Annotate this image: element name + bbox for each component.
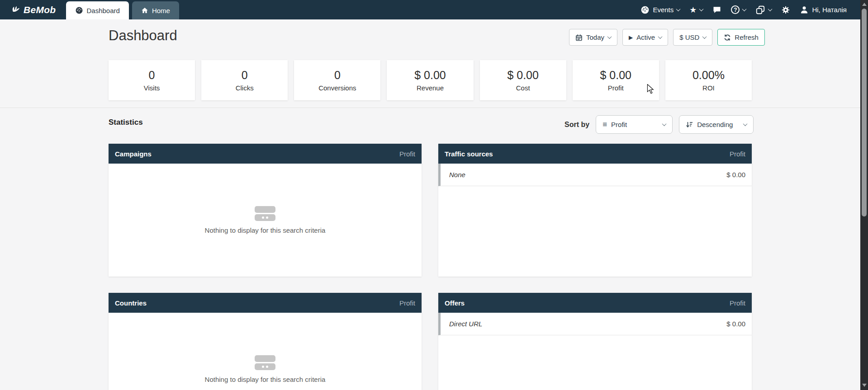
empty-state-text: Nothing to display for this search crite…	[205, 376, 326, 383]
sort-by-label: Sort by	[564, 121, 589, 129]
tab-home[interactable]: Home	[132, 1, 179, 19]
bemob-logo[interactable]: BeMob	[0, 0, 66, 19]
database-icon-top	[255, 206, 275, 213]
events-menu[interactable]: Events	[640, 5, 680, 14]
dashboard-toolbar: Today ▶ Active $ USD Refresh	[569, 29, 765, 46]
kpi-label: Visits	[144, 84, 160, 92]
kpi-card-profit: $ 0.00 Profit	[573, 60, 659, 100]
row-value: $ 0.00	[726, 320, 745, 328]
layers-icon	[755, 5, 765, 15]
sort-controls: Sort by ≡ Profit Descending	[564, 115, 754, 134]
row-value: $ 0.00	[726, 171, 745, 179]
kpi-label: Conversions	[318, 84, 356, 92]
table-row[interactable]: None $ 0.00	[438, 164, 752, 186]
feedback-chat-button[interactable]	[712, 5, 721, 14]
main-content: Dashboard Today ▶ Active $ USD	[0, 19, 860, 390]
panel-column-label: Profit	[730, 299, 745, 307]
scrollbar-thumb[interactable]	[862, 9, 867, 216]
panel-title: Traffic sources	[445, 150, 493, 158]
database-icon	[255, 206, 275, 221]
panel-title: Campaigns	[115, 150, 152, 158]
row-name: Direct URL	[449, 320, 482, 328]
chevron-down-icon	[702, 34, 707, 39]
database-icon-dot	[266, 366, 268, 368]
top-navigation-bar: BeMob Dashboard Home Ev	[0, 0, 860, 19]
settings-button[interactable]	[781, 5, 790, 14]
tab-dashboard-label: Dashboard	[87, 7, 120, 14]
database-icon-dot	[262, 366, 264, 368]
refresh-label: Refresh	[735, 33, 759, 41]
kpi-card-roi: 0.00% ROI	[665, 60, 752, 100]
chevron-down-icon	[699, 7, 704, 11]
sort-direction-select[interactable]: Descending	[679, 115, 754, 134]
panel-campaigns: Campaigns Profit Nothing to display for …	[109, 144, 422, 277]
empty-state-text: Nothing to display for this search crite…	[205, 226, 326, 234]
database-icon-bottom	[255, 214, 275, 221]
panel-column-label: Profit	[399, 299, 415, 307]
sort-field-value: Profit	[611, 121, 627, 128]
favorites-menu[interactable]: ★	[689, 6, 703, 14]
database-icon-bottom	[255, 363, 275, 370]
table-row[interactable]: Direct URL $ 0.00	[438, 313, 752, 335]
home-icon	[141, 7, 148, 14]
chevron-down-icon	[676, 7, 681, 11]
section-divider	[0, 108, 860, 108]
kpi-value: $ 0.00	[600, 69, 632, 82]
tab-home-label: Home	[152, 7, 170, 14]
sort-direction-value: Descending	[697, 121, 733, 128]
kpi-value: 0	[149, 69, 155, 82]
scrollbar-down-arrow-icon[interactable]	[862, 384, 867, 387]
kpi-cards-row: 0 Visits 0 Clicks 0 Conversions $ 0.00 R…	[109, 60, 752, 100]
statistics-heading: Statistics	[109, 118, 143, 127]
tab-dashboard[interactable]: Dashboard	[66, 1, 129, 19]
kpi-card-cost: $ 0.00 Cost	[480, 60, 566, 100]
sort-descending-icon	[686, 121, 693, 128]
events-label: Events	[653, 6, 674, 14]
panel-offers-header: Offers Profit	[438, 293, 752, 313]
topbar-right-cluster: Events ★ ?	[640, 0, 860, 19]
refresh-button[interactable]: Refresh	[717, 29, 765, 46]
date-range-button[interactable]: Today	[569, 29, 617, 46]
panel-traffic-sources: Traffic sources Profit None $ 0.00	[438, 144, 752, 277]
chevron-down-icon	[743, 122, 748, 126]
chevron-down-icon	[662, 122, 667, 126]
kpi-value: 0	[242, 69, 248, 82]
database-icon-dot	[266, 216, 268, 219]
dashboard-gauge-icon	[75, 6, 83, 14]
kpi-label: Profit	[608, 84, 624, 92]
refresh-icon	[724, 34, 731, 41]
star-icon: ★	[689, 6, 697, 14]
panel-countries-header: Countries Profit	[109, 293, 422, 313]
kpi-card-visits: 0 Visits	[109, 60, 195, 100]
page-title: Dashboard	[109, 28, 177, 44]
user-menu[interactable]: Hi, Наталія	[800, 5, 847, 14]
currency-button[interactable]: $ USD	[673, 29, 712, 46]
user-greeting: Hi, Наталія	[812, 6, 847, 14]
sort-field-icon: ≡	[602, 120, 607, 129]
kpi-value: $ 0.00	[414, 69, 446, 82]
chat-bubble-icon	[712, 5, 721, 14]
help-menu[interactable]: ?	[731, 5, 746, 14]
workspaces-menu[interactable]	[755, 5, 772, 15]
date-range-label: Today	[586, 33, 604, 41]
panel-campaigns-empty-state: Nothing to display for this search crite…	[109, 164, 422, 277]
kpi-card-clicks: 0 Clicks	[201, 60, 288, 100]
panel-title: Countries	[115, 299, 147, 307]
row-name: None	[449, 171, 465, 179]
sort-field-select[interactable]: ≡ Profit	[596, 115, 673, 134]
kpi-card-revenue: $ 0.00 Revenue	[387, 60, 473, 100]
database-icon	[255, 355, 275, 370]
kpi-value: 0.00%	[693, 69, 725, 82]
calendar-icon	[575, 34, 583, 41]
scrollbar-up-arrow-icon[interactable]	[862, 3, 867, 6]
kpi-value: $ 0.00	[507, 69, 539, 82]
status-filter-button[interactable]: ▶ Active	[622, 29, 668, 46]
panel-column-label: Profit	[399, 150, 415, 158]
brand-name: BeMob	[24, 5, 56, 15]
kpi-value: 0	[334, 69, 341, 82]
vertical-scrollbar[interactable]	[860, 0, 868, 390]
chevron-down-icon	[768, 7, 773, 11]
help-icon: ?	[731, 5, 740, 14]
user-icon	[800, 5, 809, 14]
kpi-label: Clicks	[236, 84, 254, 92]
